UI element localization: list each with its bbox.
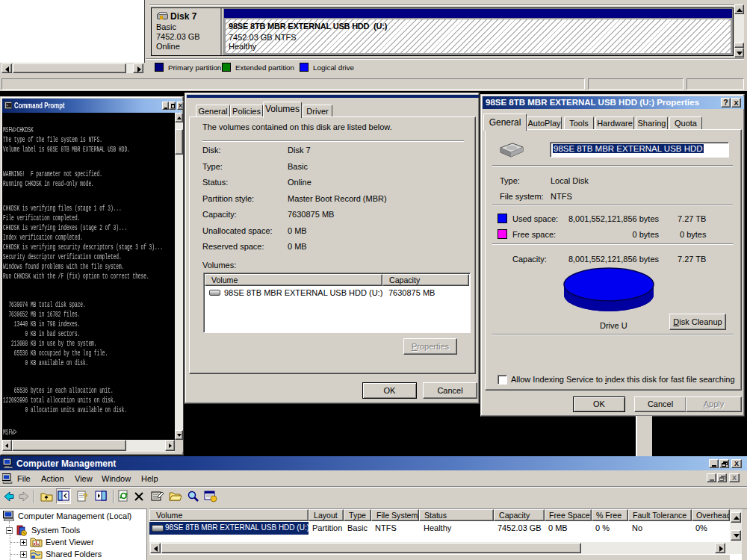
svg-text:?: ? xyxy=(83,492,88,501)
